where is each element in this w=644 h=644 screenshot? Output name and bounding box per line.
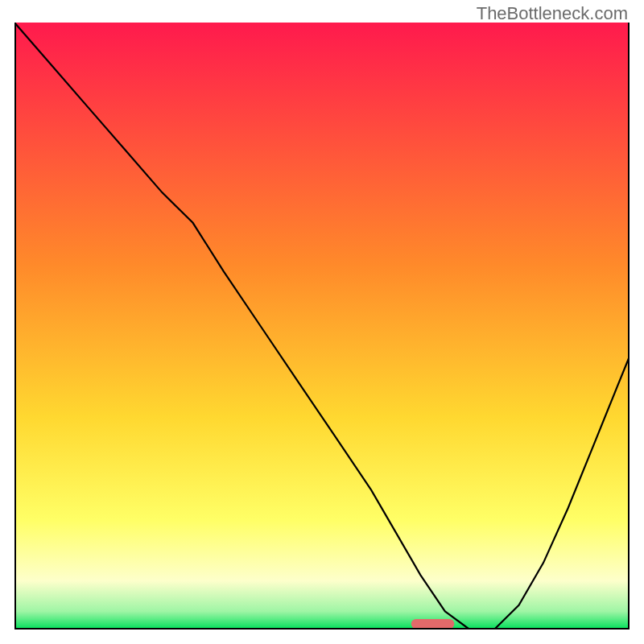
plot-area — [14, 23, 630, 630]
chart-container: TheBottleneck.com — [0, 0, 644, 644]
gradient-background — [14, 23, 630, 630]
chart-svg — [14, 23, 630, 630]
optimum-marker — [411, 619, 455, 629]
attribution-label: TheBottleneck.com — [477, 3, 628, 24]
